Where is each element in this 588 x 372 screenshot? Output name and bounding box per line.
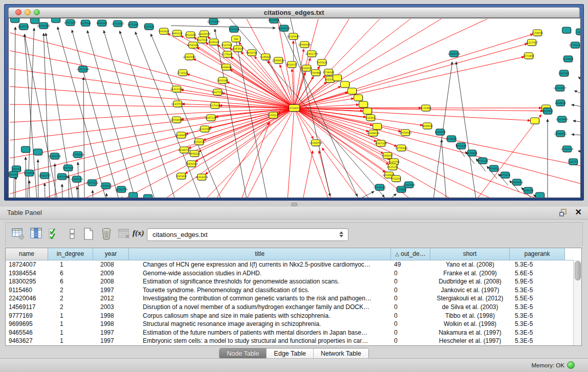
column-header-out_de[interactable]: △out_de… — [391, 248, 430, 260]
graph-node[interactable]: 8186328 — [208, 39, 219, 46]
graph-node[interactable]: 8466160 — [96, 20, 107, 27]
graph-node[interactable]: 9699695 — [422, 123, 432, 129]
graph-node[interactable]: 8878334 — [193, 139, 204, 145]
table-panel-titlebar[interactable]: Table Panel ✕ — [0, 207, 588, 220]
graph-node[interactable]: 817004 — [210, 102, 220, 109]
column-header-title[interactable]: title — [129, 248, 391, 260]
graph-node[interactable]: 9860125 — [171, 30, 182, 37]
graph-node[interactable] — [531, 118, 540, 124]
graph-node[interactable]: 9245652 — [522, 187, 533, 194]
graph-node[interactable]: 1527602 — [80, 20, 91, 27]
column-header-name[interactable]: name — [6, 248, 48, 260]
graph-node[interactable]: 7615526 — [143, 24, 154, 30]
graph-node[interactable] — [363, 108, 373, 115]
graph-node[interactable]: 1154808 — [532, 30, 542, 36]
graph-node[interactable]: 8427552 — [212, 89, 223, 96]
column-header-year[interactable]: year — [93, 248, 129, 260]
graph-node[interactable]: 20206576 — [49, 153, 61, 160]
graph-node[interactable]: 12942757 — [38, 172, 51, 179]
graph-node[interactable]: 752254 — [391, 176, 401, 182]
graph-node[interactable]: 16210643 — [556, 116, 568, 123]
graph-node[interactable] — [333, 75, 342, 81]
graph-node[interactable]: 8471676 — [499, 172, 510, 179]
graph-node[interactable]: 7625402 — [176, 173, 186, 180]
graph-node[interactable]: 22420046 — [183, 54, 195, 60]
table-options-icon[interactable] — [12, 227, 25, 240]
network-window-titlebar[interactable]: citations_edges.txt — [8, 7, 580, 18]
divider-handle-icon[interactable] — [291, 203, 297, 206]
graph-node[interactable] — [34, 149, 43, 156]
graph-node[interactable] — [21, 146, 31, 153]
graph-node[interactable]: 12217987 — [526, 39, 538, 46]
graph-node[interactable]: 20053346 — [77, 66, 89, 73]
table-row[interactable]: 977716911998Corpus callosum shape and si… — [6, 312, 581, 320]
network-window[interactable]: citations_edges.txt 94055722069140610653… — [4, 4, 584, 201]
graph-node[interactable]: 9115460 — [420, 105, 431, 112]
graph-node[interactable]: 9146821 — [260, 54, 271, 60]
table-row[interactable]: 1830029562008Estimation of significance … — [6, 277, 581, 286]
graph-node[interactable] — [562, 27, 572, 34]
graph-node[interactable]: 19654985 — [170, 117, 183, 123]
column-header-in_degree[interactable]: in_degree — [48, 248, 93, 260]
graph-node[interactable]: 16648794 — [448, 51, 460, 57]
graph-node[interactable]: 16543382 — [187, 42, 199, 49]
show-columns-icon[interactable] — [30, 227, 43, 240]
graph-node[interactable]: 1362615 — [301, 65, 312, 72]
graph-node[interactable] — [354, 95, 363, 101]
float-icon[interactable] — [559, 209, 568, 217]
graph-node[interactable]: 7663822 — [158, 28, 169, 35]
graph-node[interactable]: 9474444 — [466, 150, 477, 157]
graph-node[interactable]: 2803144 — [217, 77, 228, 84]
graph-node[interactable]: 10653287 — [64, 19, 76, 26]
graph-node[interactable]: 15688520 — [272, 57, 285, 64]
column-header-pagerank[interactable]: pagerank — [510, 248, 565, 260]
scrollbar-thumb[interactable] — [575, 261, 581, 280]
graph-node[interactable]: 9827508 — [197, 37, 207, 43]
vertical-scrollbar[interactable] — [573, 260, 581, 345]
graph-node[interactable]: 16409349 — [185, 161, 198, 167]
graph-node[interactable]: 9405572 — [18, 24, 29, 30]
graph-node[interactable] — [11, 18, 20, 23]
graph-node[interactable]: 12213383 — [170, 86, 183, 93]
table-row[interactable]: 2242004622012Investigating the contribut… — [6, 294, 581, 303]
graph-node[interactable]: 8938928 — [446, 136, 456, 142]
graph-node[interactable]: 16046798 — [178, 147, 190, 154]
table-row[interactable]: 1872400712008Changes of HCN gene express… — [6, 260, 581, 269]
new-table-icon[interactable] — [82, 227, 95, 240]
graph-node[interactable] — [52, 18, 61, 23]
graph-node[interactable]: 15353584 — [199, 126, 211, 133]
graph-node[interactable]: 9129946 — [562, 56, 573, 62]
graph-node[interactable]: 8454749 — [246, 50, 257, 56]
graph-node[interactable]: 16640910 — [298, 41, 311, 48]
table-row[interactable]: 1938455462009Genome-wide association stu… — [6, 269, 581, 278]
table-row[interactable]: 946554611997Estimation of the future num… — [6, 329, 581, 337]
graph-node[interactable]: 2367608 — [232, 46, 243, 52]
graph-node[interactable]: 18226058 — [198, 31, 210, 37]
graph-node[interactable]: 7955812 — [316, 59, 327, 66]
graph-node[interactable]: 17016504 — [561, 146, 573, 152]
graph-node[interactable] — [341, 81, 350, 88]
table-selector-dropdown[interactable]: citations_edges.txt — [147, 228, 349, 241]
graph-node[interactable]: 17359924 — [72, 151, 84, 158]
graph-node[interactable]: 8267130 — [205, 115, 216, 121]
graph-node[interactable]: 7832621 — [488, 165, 499, 172]
graph-node[interactable]: 12093877 — [554, 85, 566, 92]
graph-node[interactable]: 8671388 — [127, 21, 138, 28]
graph-node[interactable]: 8822037 — [286, 61, 297, 68]
graph-node[interactable]: 6879197 — [455, 143, 466, 149]
graph-node[interactable] — [536, 192, 545, 198]
graph-node[interactable] — [31, 18, 40, 24]
graph-node[interactable]: 19756928 — [395, 145, 407, 151]
graph-node[interactable]: 1145194 — [56, 173, 67, 180]
graph-node[interactable]: 9327508 — [221, 42, 232, 49]
panel-divider[interactable] — [0, 201, 588, 207]
graph-node[interactable]: 20691406 — [37, 23, 50, 29]
graph-node[interactable]: 9390448 — [310, 70, 321, 76]
tab-edge-table[interactable]: Edge Table — [266, 348, 313, 359]
graph-node[interactable]: 14136141 — [374, 184, 386, 191]
graph-node[interactable]: 1973493 — [523, 53, 534, 59]
graph-node[interactable]: 546 — [232, 36, 241, 42]
graph-node[interactable]: 13505135 — [71, 176, 83, 183]
graph-node[interactable]: 3215953 — [542, 108, 553, 115]
graph-hub-node[interactable]: 18724007 — [288, 105, 300, 112]
